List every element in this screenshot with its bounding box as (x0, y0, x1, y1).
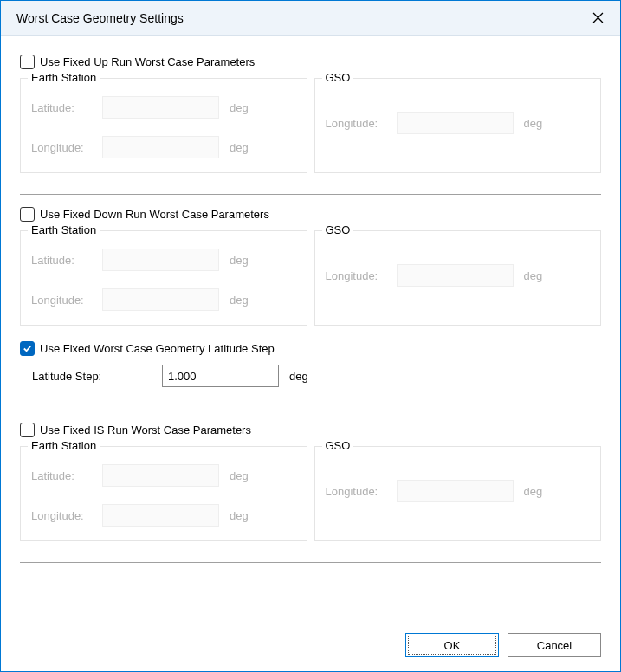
titlebar: Worst Case Geometry Settings (1, 1, 620, 36)
input-down-es-lon[interactable] (102, 288, 219, 311)
legend-down-earth: Earth Station (28, 223, 100, 236)
fieldset-down-earth-station: Earth Station Latitude: deg Longitude: d… (20, 230, 307, 326)
label-down-gso-lon: Longitude: (326, 269, 397, 282)
panels-up: Earth Station Latitude: deg Longitude: d… (20, 78, 601, 173)
fieldset-is-gso: GSO Longitude: deg (314, 446, 602, 541)
label-up-gso-lon: Longitude: (326, 117, 397, 130)
label-up-es-lat: Latitude: (31, 101, 102, 114)
checkbox-label-is: Use Fixed IS Run Worst Case Parameters (40, 423, 251, 436)
ok-button[interactable]: OK (405, 633, 499, 657)
cancel-button[interactable]: Cancel (508, 633, 601, 657)
fieldset-up-gso: GSO Longitude: deg (314, 78, 602, 173)
unit-is-gso-lon: deg (524, 485, 543, 498)
checkbox-label-down: Use Fixed Down Run Worst Case Parameters (40, 208, 269, 221)
unit-down-gso-lon: deg (524, 269, 543, 282)
check-icon (23, 344, 32, 353)
label-down-es-lon: Longitude: (31, 294, 102, 307)
checkbox-row-down: Use Fixed Down Run Worst Case Parameters (20, 207, 601, 222)
label-up-es-lon: Longitude: (31, 141, 102, 154)
legend-is-earth: Earth Station (28, 439, 100, 452)
fieldset-down-gso: GSO Longitude: deg (314, 230, 602, 326)
checkbox-label-latstep: Use Fixed Worst Case Geometry Latitude S… (40, 342, 275, 355)
checkbox-down-run[interactable] (20, 207, 35, 222)
panels-is: Earth Station Latitude: deg Longitude: d… (20, 446, 601, 541)
latstep-row: Latitude Step: deg (32, 365, 601, 387)
unit-up-es-lat: deg (230, 101, 249, 114)
legend-up-earth: Earth Station (28, 71, 100, 84)
input-down-gso-lon[interactable] (397, 264, 514, 287)
label-is-es-lat: Latitude: (31, 469, 102, 482)
fieldset-is-earth-station: Earth Station Latitude: deg Longitude: d… (20, 446, 307, 541)
label-down-es-lat: Latitude: (31, 254, 102, 267)
legend-down-gso: GSO (322, 223, 354, 236)
window-title: Worst Case Geometry Settings (16, 11, 184, 25)
input-latstep[interactable] (162, 365, 279, 387)
legend-is-gso: GSO (322, 439, 354, 452)
separator (20, 194, 601, 195)
close-button[interactable] (585, 6, 610, 30)
input-is-gso-lon[interactable] (397, 480, 514, 502)
close-icon (592, 12, 604, 23)
input-down-es-lat[interactable] (102, 249, 219, 271)
separator (20, 562, 601, 563)
checkbox-is-run[interactable] (20, 423, 35, 437)
checkbox-row-up: Use Fixed Up Run Worst Case Parameters (20, 55, 601, 69)
input-up-es-lon[interactable] (102, 136, 219, 158)
input-up-gso-lon[interactable] (397, 112, 514, 134)
unit-latstep: deg (289, 370, 308, 383)
checkbox-label-up: Use Fixed Up Run Worst Case Parameters (40, 55, 255, 68)
section-down-run: Use Fixed Down Run Worst Case Parameters… (20, 207, 601, 336)
unit-down-es-lat: deg (230, 254, 249, 267)
unit-up-es-lon: deg (230, 141, 249, 154)
legend-up-gso: GSO (322, 71, 354, 84)
checkbox-row-is: Use Fixed IS Run Worst Case Parameters (20, 423, 601, 437)
label-latstep: Latitude Step: (32, 370, 162, 383)
unit-is-es-lat: deg (230, 469, 249, 482)
input-is-es-lon[interactable] (102, 504, 219, 527)
checkbox-row-latstep: Use Fixed Worst Case Geometry Latitude S… (20, 341, 601, 356)
checkbox-up-run[interactable] (20, 55, 35, 69)
checkbox-lat-step[interactable] (20, 341, 35, 356)
content-area: Use Fixed Up Run Worst Case Parameters E… (1, 36, 620, 671)
input-up-es-lat[interactable] (102, 96, 219, 119)
section-lat-step: Use Fixed Worst Case Geometry Latitude S… (20, 341, 601, 399)
separator (20, 410, 601, 410)
section-up-run: Use Fixed Up Run Worst Case Parameters E… (20, 55, 601, 184)
section-is-run: Use Fixed IS Run Worst Case Parameters E… (20, 423, 601, 552)
unit-up-gso-lon: deg (524, 117, 543, 130)
unit-is-es-lon: deg (230, 509, 249, 522)
label-is-gso-lon: Longitude: (326, 485, 397, 498)
unit-down-es-lon: deg (230, 294, 249, 307)
input-is-es-lat[interactable] (102, 464, 219, 487)
label-is-es-lon: Longitude: (31, 509, 102, 522)
button-row: OK Cancel (20, 624, 601, 657)
fieldset-up-earth-station: Earth Station Latitude: deg Longitude: d… (20, 78, 307, 173)
panels-down: Earth Station Latitude: deg Longitude: d… (20, 230, 601, 326)
